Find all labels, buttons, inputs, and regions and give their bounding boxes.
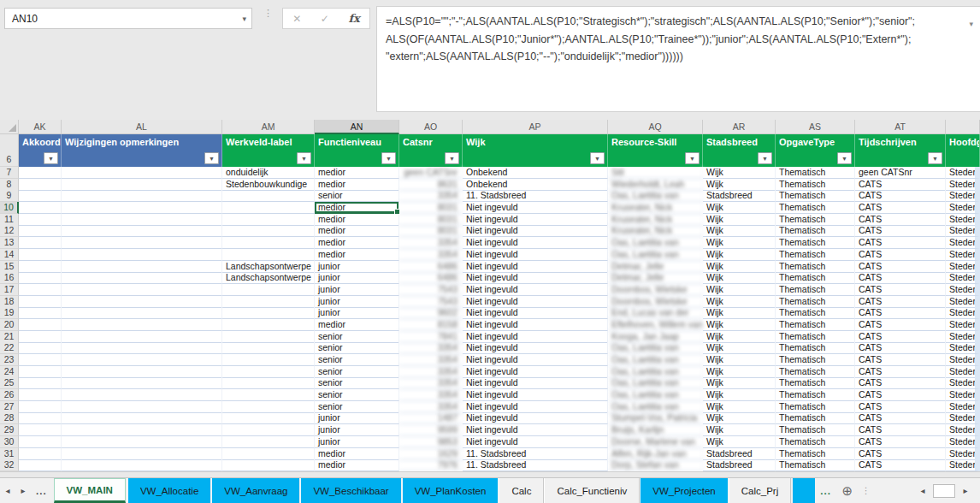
cell-tijd[interactable]: CATS [855, 412, 946, 424]
cell-wijk[interactable]: Niet ingevuld [463, 319, 608, 331]
cell-stads[interactable]: Wijk [703, 331, 776, 343]
cell-wz[interactable] [62, 366, 222, 378]
cell-ak[interactable] [19, 412, 62, 424]
cell-werk[interactable] [222, 319, 315, 331]
cell-wz[interactable] [62, 307, 222, 319]
cell-func[interactable]: junior [315, 261, 399, 273]
cell-stads[interactable]: Wijk [703, 319, 776, 331]
filter-button[interactable]: ▼ [204, 152, 219, 164]
cell-func[interactable]: medior [315, 459, 399, 471]
sheet-tab-vw-beschikbaar[interactable]: VW_Beschikbaar [300, 478, 400, 503]
column-letter-AQ[interactable]: AQ [608, 120, 703, 134]
name-box-dropdown-icon[interactable]: ▾ [242, 15, 246, 23]
cell-func[interactable]: senior [315, 331, 399, 343]
cell-tijd[interactable]: CATS [855, 190, 946, 202]
cell-opg[interactable]: Thematisch [776, 448, 855, 460]
cell-stads[interactable]: Wijk [703, 366, 776, 378]
cell-stads[interactable]: Wijk [703, 296, 776, 308]
cell-res[interactable]: Alfen, Rijk-Jan van [608, 448, 703, 460]
cell-ak[interactable] [19, 261, 62, 273]
cell-res[interactable]: Doorne, Marlene van [608, 436, 703, 448]
row-number-27[interactable]: 27 [0, 401, 19, 413]
cell-wz[interactable] [62, 237, 222, 249]
row-number-29[interactable]: 29 [0, 424, 19, 436]
cell-opg[interactable]: Thematisch [776, 237, 855, 249]
cell-hoofd[interactable]: Stedenb [946, 319, 980, 331]
cell-wijk[interactable]: Niet ingevuld [463, 237, 608, 249]
formula-bar[interactable]: =ALS(P10="";"-";ALS(AANTAL.ALS(P10;"Stra… [376, 6, 980, 112]
cell-werk[interactable] [222, 225, 315, 237]
cell-cats[interactable]: 9853 [399, 436, 463, 448]
cell-res[interactable]: Oas, Laetitia van [608, 389, 703, 401]
filter-button[interactable]: ▼ [758, 152, 772, 164]
row-number-25[interactable]: 25 [0, 377, 19, 389]
cell-wijk[interactable]: 11. Stadsbreed [463, 448, 608, 460]
cell-opg[interactable]: Thematisch [776, 190, 855, 202]
cell-stads[interactable]: Stadsbreed [703, 190, 776, 202]
cell-hoofd[interactable]: Stedenb [946, 366, 980, 378]
cell-wijk[interactable]: Niet ingevuld [463, 214, 608, 226]
cell-werk[interactable] [222, 190, 315, 202]
cell-wz[interactable] [62, 459, 222, 471]
cell-opg[interactable]: Thematisch [776, 424, 855, 436]
cell-opg[interactable]: Thematisch [776, 342, 855, 354]
cell-werk[interactable] [222, 366, 315, 378]
cell-hoofd[interactable]: Stedenb [946, 296, 980, 308]
select-all-corner[interactable] [0, 120, 19, 134]
column-letter-AN[interactable]: AN [315, 120, 399, 134]
cell-stads[interactable]: Wijk [703, 424, 776, 436]
cell-cats[interactable]: 9599 [399, 424, 463, 436]
cell-wz[interactable] [62, 190, 222, 202]
cell-hoofd[interactable]: Stedenb [946, 167, 980, 179]
cell-wz[interactable] [62, 389, 222, 401]
cancel-icon[interactable]: ✕ [292, 13, 301, 25]
cell-stads[interactable]: Wijk [703, 202, 776, 214]
cell-res[interactable]: Doornbos, Wietske [608, 296, 703, 308]
cell-cats[interactable]: 3354 [399, 237, 463, 249]
cell-wijk[interactable]: Niet ingevuld [463, 389, 608, 401]
cell-func[interactable]: junior [315, 307, 399, 319]
cell-hoofd[interactable]: Stedenb [946, 459, 980, 471]
cell-wijk[interactable]: 11. Stadsbreed [463, 190, 608, 202]
row-number-6[interactable]: 6 [0, 134, 19, 167]
cell-tijd[interactable]: geen CATSnr [855, 167, 946, 179]
cell-wijk[interactable]: Niet ingevuld [463, 296, 608, 308]
cell-opg[interactable]: Thematisch [776, 179, 855, 191]
cell-wz[interactable] [62, 202, 222, 214]
cell-ak[interactable] [19, 237, 62, 249]
cell-ak[interactable] [19, 448, 62, 460]
cell-res[interactable]: Oas, Laetitia van [608, 377, 703, 389]
cell-ak[interactable] [19, 424, 62, 436]
cell-cats[interactable]: 8158 [399, 319, 463, 331]
cell-tijd[interactable]: CATS [855, 366, 946, 378]
cell-tijd[interactable]: CATS [855, 296, 946, 308]
cell-wijk[interactable]: Niet ingevuld [463, 225, 608, 237]
cell-ak[interactable] [19, 459, 62, 471]
cell-wz[interactable] [62, 272, 222, 284]
cell-wz[interactable] [62, 261, 222, 273]
sheet-overflow-right[interactable]: ... [815, 478, 836, 503]
cell-werk[interactable] [222, 436, 315, 448]
cell-ak[interactable] [19, 377, 62, 389]
cell-func[interactable]: junior [315, 412, 399, 424]
row-number-19[interactable]: 19 [0, 307, 19, 319]
cell-wz[interactable] [62, 401, 222, 413]
header-wijzigingen-opmerkingen[interactable]: Wijzigingen opmerkingen▼ [62, 134, 222, 167]
cell-func[interactable]: senior [315, 389, 399, 401]
cell-werk[interactable]: Landschapsontwerpe [222, 272, 315, 284]
cell-opg[interactable]: Thematisch [776, 249, 855, 261]
cell-wijk[interactable]: Niet ingevuld [463, 354, 608, 366]
cell-tijd[interactable]: CATS [855, 237, 946, 249]
cell-stads[interactable]: Wijk [703, 214, 776, 226]
row-number-23[interactable]: 23 [0, 354, 19, 366]
cell-tijd[interactable]: CATS [855, 179, 946, 191]
cell-hoofd[interactable]: Stedenb [946, 401, 980, 413]
scrollbar-thumb[interactable] [933, 484, 955, 498]
cell-hoofd[interactable]: Stedenb [946, 412, 980, 424]
sheet-nav-left-icon[interactable]: ◂ [0, 478, 15, 503]
cell-hoofd[interactable]: Stedenb [946, 225, 980, 237]
cell-opg[interactable]: Thematisch [776, 389, 855, 401]
cell-hoofd[interactable]: Stedenb [946, 214, 980, 226]
cell-opg[interactable]: Thematisch [776, 261, 855, 273]
cell-werk[interactable] [222, 284, 315, 296]
